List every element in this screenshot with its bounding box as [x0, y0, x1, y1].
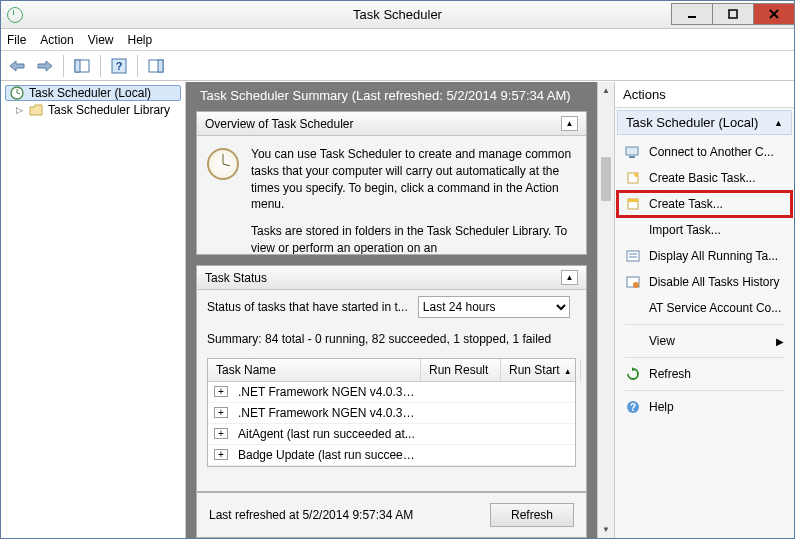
blank-icon	[625, 333, 641, 349]
action-disable-history[interactable]: Disable All Tasks History	[617, 269, 792, 295]
action-label: Create Basic Task...	[649, 171, 756, 185]
refresh-icon	[625, 366, 641, 382]
menu-help[interactable]: Help	[128, 33, 153, 47]
window-buttons	[671, 4, 794, 25]
table-row[interactable]: +Badge Update (last run succeed...	[208, 445, 575, 466]
tree-root-task-scheduler-local[interactable]: Task Scheduler (Local)	[5, 85, 181, 101]
expand-icon[interactable]: +	[214, 407, 228, 418]
summary-title: Task Scheduler Summary (Last refreshed: …	[186, 82, 597, 111]
separator	[625, 390, 784, 391]
refresh-button[interactable]: Refresh	[490, 503, 574, 527]
col-task-name[interactable]: Task Name	[208, 359, 421, 381]
clock-icon	[9, 86, 25, 100]
cell-run-result	[423, 424, 503, 444]
close-button[interactable]	[753, 3, 795, 25]
tree-root-label: Task Scheduler (Local)	[29, 86, 151, 100]
actions-head: Actions	[615, 82, 794, 108]
status-range-select[interactable]: Last 24 hours	[418, 296, 570, 318]
forward-button[interactable]	[33, 54, 57, 78]
cell-run-start	[503, 424, 563, 444]
menu-bar: File Action View Help	[1, 29, 794, 51]
scroll-track[interactable]	[598, 99, 614, 521]
folder-icon	[28, 104, 44, 116]
body: Task Scheduler (Local) ▷ Task Scheduler …	[1, 81, 794, 538]
action-label: Import Task...	[649, 223, 721, 237]
show-hide-tree-button[interactable]	[70, 54, 94, 78]
action-connect-another[interactable]: Connect to Another C...	[617, 139, 792, 165]
task-scheduler-window: Task Scheduler File Action View Help ? T…	[0, 0, 795, 539]
table-row[interactable]: +.NET Framework NGEN v4.0.303...	[208, 403, 575, 424]
help-toolbar-button[interactable]: ?	[107, 54, 131, 78]
action-create-task[interactable]: Create Task...	[617, 191, 792, 217]
cell-run-result	[423, 445, 503, 465]
cell-run-start	[503, 445, 563, 465]
overview-head-label: Overview of Task Scheduler	[205, 117, 354, 131]
overview-paragraph-1: You can use Task Scheduler to create and…	[251, 146, 576, 213]
action-create-basic-task[interactable]: Create Basic Task...	[617, 165, 792, 191]
scroll-up-icon[interactable]: ▲	[598, 82, 614, 99]
toolbar-separator	[100, 55, 101, 77]
wizard-icon	[625, 170, 641, 186]
svg-point-18	[634, 173, 638, 177]
expand-icon[interactable]: ▷	[15, 105, 24, 115]
overview-paragraph-2: Tasks are stored in folders in the Task …	[251, 223, 576, 254]
action-help[interactable]: ? Help	[617, 394, 792, 420]
vertical-scrollbar[interactable]: ▲ ▼	[597, 82, 614, 538]
list-icon	[625, 248, 641, 264]
toolbar-separator	[137, 55, 138, 77]
svg-rect-16	[629, 156, 635, 158]
menu-file[interactable]: File	[7, 33, 26, 47]
collapse-button[interactable]: ▲	[561, 270, 578, 285]
action-label: Refresh	[649, 367, 691, 381]
action-at-service[interactable]: AT Service Account Co...	[617, 295, 792, 321]
sort-asc-icon: ▲	[564, 367, 572, 376]
collapse-button[interactable]: ▲	[561, 116, 578, 131]
svg-text:?: ?	[116, 60, 123, 72]
minimize-button[interactable]	[671, 3, 713, 25]
center-pane: Task Scheduler Summary (Last refreshed: …	[186, 82, 614, 538]
cell-task-name: .NET Framework NGEN v4.0.303...	[234, 403, 423, 423]
import-icon	[625, 222, 641, 238]
action-label: Disable All Tasks History	[649, 275, 780, 289]
back-button[interactable]	[5, 54, 29, 78]
action-view[interactable]: View ▶	[617, 328, 792, 354]
clock-icon	[7, 7, 23, 23]
overview-panel-head: Overview of Task Scheduler ▲	[197, 112, 586, 136]
action-display-running[interactable]: Display All Running Ta...	[617, 243, 792, 269]
last-refreshed-label: Last refreshed at 5/2/2014 9:57:34 AM	[209, 508, 413, 522]
action-label: Display All Running Ta...	[649, 249, 778, 263]
svg-text:?: ?	[630, 402, 636, 413]
expand-icon[interactable]: +	[214, 449, 228, 460]
col-run-result[interactable]: Run Result	[421, 359, 501, 381]
svg-rect-1	[729, 10, 737, 18]
svg-marker-5	[38, 61, 52, 71]
menu-action[interactable]: Action	[40, 33, 73, 47]
actions-pane: Actions Task Scheduler (Local) ▲ Connect…	[614, 82, 794, 538]
tree-item-library[interactable]: ▷ Task Scheduler Library	[1, 101, 185, 119]
scroll-down-icon[interactable]: ▼	[598, 521, 614, 538]
expand-icon[interactable]: +	[214, 386, 228, 397]
status-label: Status of tasks that have started in t..…	[207, 300, 408, 314]
separator	[625, 357, 784, 358]
svg-rect-20	[628, 199, 638, 202]
col-run-start[interactable]: Run Start▲	[501, 359, 581, 381]
scroll-thumb[interactable]	[601, 157, 611, 201]
svg-rect-11	[158, 60, 163, 72]
expand-icon[interactable]: +	[214, 428, 228, 439]
task-icon	[625, 196, 641, 212]
action-import-task[interactable]: Import Task...	[617, 217, 792, 243]
status-panel-head: Task Status ▲	[197, 266, 586, 290]
menu-view[interactable]: View	[88, 33, 114, 47]
maximize-button[interactable]	[712, 3, 754, 25]
tree-item-label: Task Scheduler Library	[48, 103, 170, 117]
action-refresh[interactable]: Refresh	[617, 361, 792, 387]
show-hide-action-button[interactable]	[144, 54, 168, 78]
action-label: AT Service Account Co...	[649, 301, 781, 315]
table-row[interactable]: +.NET Framework NGEN v4.0.303...	[208, 382, 575, 403]
table-row[interactable]: +AitAgent (last run succeeded at...	[208, 424, 575, 445]
history-icon	[625, 274, 641, 290]
computer-icon	[625, 144, 641, 160]
actions-group-header[interactable]: Task Scheduler (Local) ▲	[617, 110, 792, 135]
task-status-panel: Task Status ▲ Status of tasks that have …	[196, 265, 587, 492]
action-label: Create Task...	[649, 197, 723, 211]
